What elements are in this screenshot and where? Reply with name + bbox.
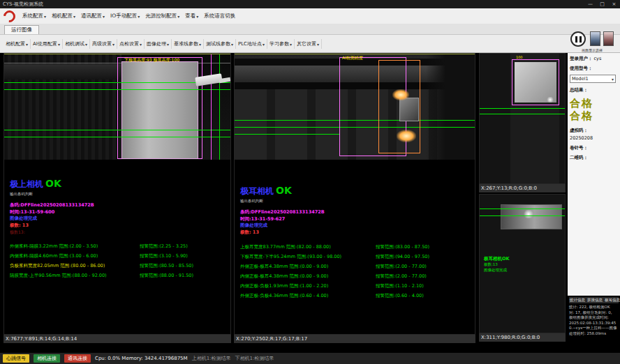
measure-line-green [235,134,339,135]
preview-view-top[interactable]: 100 [479,53,566,184]
comm-connection-indicator: 通讯连接 [64,354,91,363]
ai-overlay-label: AI检测精度 [342,55,363,61]
preview1-pixel-readout: X:267;Y:13;R:0;G:0;B:0 [479,184,566,192]
measurement-text: 外侧正极-极耳4.38mm 范围:(0.00 - 9.00) [240,264,376,270]
close-button[interactable]: × [608,0,620,8]
tool-testline-params[interactable]: 测试线参数▾ [204,39,236,49]
stats-line: 极组图像拼接完成时间: [569,315,619,321]
camera-thumb-icon-1[interactable] [590,31,600,46]
measurement-row: 外侧正极-负极4.36mm 范围:(0.60 - 4.00)报警范围:(0.60… [240,291,472,301]
tool-image-processing[interactable]: 图像处理▾ [145,39,172,49]
camera-image-middle[interactable]: AI检测精度 [235,54,475,160]
menu-item-system-config[interactable]: 系统配置▾ [20,11,49,21]
chevron-down-icon: ▾ [112,42,115,47]
virtual-code-row: 虚拟码： [570,128,618,134]
model-select[interactable]: Model1▾ [570,75,616,83]
titlebar: CYS-视觉检测系统 — □ × [0,0,620,8]
chevron-down-icon: ▾ [140,42,142,47]
camera-result-title: 极上相机 [10,179,43,189]
process-done-line: 图像处理完成 [240,222,472,229]
login-value: cys [594,56,602,61]
camera-view-left[interactable]: 下极耳高度:93 极耳高度:100 极上相机OK 输出条码判断 条码:DFFli… [3,53,231,335]
measurement-text: 外侧正极-负极4.36mm 范围:(0.60 - 4.00) [240,293,376,299]
chevron-down-icon: ▾ [612,77,614,82]
time-line: 时间:13-31-59-627 [240,216,472,223]
tool-camera-debug[interactable]: 相机调试▾ [63,39,90,49]
measurement-text: 上极耳宽度83.77mm 范围:(82.00 - 88.00) [240,244,376,250]
camera-result-title: 极耳相机 [240,186,274,196]
status-bar: 心跳信号 相机连接 通讯连接 Cpu: 0.0% Memory: 3424.41… [0,353,620,364]
app-logo-icon [1,8,18,25]
preview2-pixel-readout: X:311;Y:980;R:0;G:0;B:0 [479,333,566,342]
stats-tab-stitching[interactable]: 拼接信息 [587,298,603,303]
middle-pixel-readout: X:270;Y:2502;R:17;G:17;B:17 [234,335,475,343]
chevron-down-icon: ▾ [231,42,233,47]
bright-spot [547,97,554,103]
measurement-alarm: 报警范围:(80.50 - 85.50) [140,263,228,269]
time-line: 时间:13-31-59-600 [10,209,228,216]
measurement-alarm: 报警范围:(88.00 - 91.50) [140,273,228,279]
electrode-region [121,61,198,159]
weld-glow [392,89,409,100]
chevron-down-icon: ▾ [290,42,292,47]
overall-result-display: 合格 合格 [570,97,618,122]
barcode-line: 条码:DFFline2025020813313472B [240,209,472,216]
virtual-code-label: 虚拟码： [570,128,588,133]
tool-spot-check-settings[interactable]: 点检设置▾ [117,39,145,49]
stats-tab-tab-info[interactable]: 极耳信息 [605,298,620,303]
menu-item-view[interactable]: 查看▾ [182,11,201,21]
camera-thumb-icon-2[interactable] [603,31,614,46]
overlay-value-label: 100 [516,55,523,59]
tool-advanced-settings[interactable]: 高级设置▾ [90,39,117,49]
tool-baseline-params[interactable]: 基准线参数▾ [172,39,204,49]
window-title: CYS-视觉检测系统 [3,0,43,8]
tool-learning-params[interactable]: 学习参数▾ [267,39,295,49]
pause-icon [575,36,577,43]
login-row: 登录用户：cys [570,56,618,62]
chevron-down-icon: ▾ [138,14,140,19]
chevron-down-icon: ▾ [73,14,75,19]
tool-ai-usage-config[interactable]: AI使用配置▾ [31,39,63,49]
maximize-button[interactable]: □ [596,0,608,8]
machine-band [4,64,121,79]
result-line: 极耳相机OK [240,183,472,197]
preview-view-bottom[interactable]: 极耳相机OK 极数:13 图像处理完成 [479,194,566,333]
stats-tab-statistics[interactable]: 统计信息 [570,298,585,303]
measurement-row: 负极浆料宽度82.05mm 范围:(80.00 - 86.00)报警范围:(80… [10,261,228,271]
result-line-2: 合格 [570,109,618,122]
stats-panel: 统计信息 拼接信息 极耳信息 统计: 222, 极组检测OK 对: 17, 极组… [568,296,620,351]
tab-run-image[interactable]: 运行图像 [4,25,39,34]
minimize-button[interactable]: — [584,0,596,8]
tool-other-settings[interactable]: 其它设置▾ [295,39,322,49]
measure-line-green [480,114,565,114]
left-pixel-readout: X:7677;Y:891;R:14;G:14;B:14 [3,335,231,343]
menu-items: 系统配置▾ 相机配置▾ 通讯配置▾ IO手动配置▾ 光源控制配置▾ 查看▾ 系统… [20,8,238,24]
camera-view-middle[interactable]: AI检测精度 极耳相机OK 输出条码判断 条码:DFFline202502081… [234,53,475,335]
menu-item-io-manual-config[interactable]: IO手动配置▾ [108,11,142,21]
tool-plc-address[interactable]: PLC地址点▾ [236,39,267,49]
menu-item-language-switch[interactable]: 系统语言切换 [201,11,238,21]
camera-image-left[interactable]: 下极耳高度:93 极耳高度:100 [4,54,230,160]
height-overlay-label: 下极耳高度:93 极耳高度:100 [124,57,179,63]
measurement-text: 内侧浆料-隔膜4.60mm 范围:(3.00 - 6.00) [10,253,140,259]
qr-code-label: 二维码： [570,155,618,161]
chevron-down-icon: ▾ [85,42,87,47]
stats-line: 对: 17, 极组分毛刺对: 0, [569,310,619,316]
measurement-text: 外侧浆料-隔膜3.22mm 范围:(2.00 - 3.50) [10,243,140,250]
result-line: 极上相机OK [10,176,228,190]
menu-item-camera-config[interactable]: 相机配置▾ [49,11,78,21]
result-status: OK [45,178,61,189]
measure-line-green [480,108,565,109]
menu-item-light-control-config[interactable]: 光源控制配置▾ [142,11,182,21]
measurement-row: 外侧正极-极耳4.38mm 范围:(0.00 - 9.00)报警范围:(2.00… [240,261,472,271]
heartbeat-indicator: 心跳信号 [3,354,29,363]
menu-item-comm-config[interactable]: 通讯配置▾ [78,11,108,21]
measurement-alarm: 报警范围:(1.10 - 2.10) [376,283,472,289]
display-options-caption: 画面显示选择 [582,48,603,52]
tool-camera-config[interactable]: 相机配置▾ [3,39,31,49]
pole-count-line: 极数: 13 [240,229,472,236]
camera2-result-label: 下相机1:检测结果 [235,355,274,362]
pause-button[interactable] [570,31,586,47]
chevron-down-icon: ▾ [263,42,265,47]
measure-line-green [4,137,230,137]
